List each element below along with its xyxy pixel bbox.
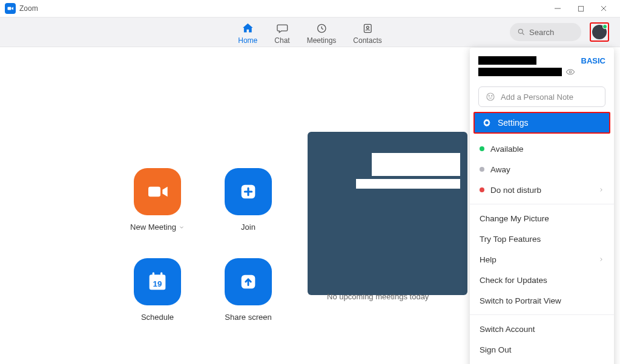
schedule-button[interactable]: 19 Schedule	[115, 258, 200, 322]
plus-icon	[225, 168, 272, 215]
window-minimize-button[interactable]	[546, 0, 569, 17]
nav-label: Chat	[274, 36, 289, 45]
menu-settings[interactable]: Settings	[473, 112, 610, 134]
main-area: New Meeting Join 19 Schedule Share scree…	[0, 47, 620, 364]
menu-sign-out[interactable]: Sign Out	[470, 339, 614, 360]
eye-icon[interactable]	[566, 67, 575, 77]
new-meeting-button[interactable]: New Meeting	[115, 168, 200, 232]
action-label: Join	[241, 223, 256, 232]
personal-note-placeholder: Add a Personal Note	[501, 93, 573, 102]
action-label: Schedule	[141, 313, 174, 322]
share-screen-button[interactable]: Share screen	[206, 258, 291, 322]
menu-check-updates[interactable]: Check for Updates	[470, 270, 614, 290]
share-icon	[225, 258, 272, 305]
svg-point-20	[492, 96, 492, 96]
video-icon	[134, 168, 181, 215]
menu-item-label: Sign Out	[480, 345, 512, 354]
menu-change-picture[interactable]: Change My Picture	[470, 208, 614, 229]
clock-icon	[315, 22, 328, 35]
window-title: Zoom	[19, 4, 38, 13]
nav-label: Meetings	[307, 36, 337, 45]
svg-point-7	[366, 26, 369, 28]
top-toolbar: Home Chat Meetings Contacts Search	[0, 17, 620, 47]
nav-label: Contacts	[353, 36, 381, 45]
menu-try-top-features[interactable]: Try Top Features	[470, 229, 614, 249]
account-type-badge: BASIC	[581, 56, 605, 77]
chevron-right-icon	[598, 256, 604, 262]
personal-note-input[interactable]: Add a Personal Note	[478, 86, 605, 107]
status-dot-red	[480, 187, 484, 192]
profile-avatar-button[interactable]	[590, 22, 609, 42]
menu-item-label: Try Top Features	[480, 235, 541, 244]
svg-point-18	[487, 93, 494, 100]
redacted-block	[356, 179, 460, 189]
main-nav: Home Chat Meetings Contacts	[238, 20, 381, 45]
svg-point-8	[518, 29, 523, 33]
nav-home[interactable]: Home	[238, 20, 257, 45]
action-label: New Meeting	[130, 223, 176, 232]
status-available[interactable]: Available	[470, 138, 614, 159]
search-icon	[517, 28, 526, 36]
svg-point-19	[489, 96, 489, 96]
gear-icon	[482, 118, 492, 128]
action-label: Share screen	[225, 313, 271, 322]
nav-chat[interactable]: Chat	[274, 20, 289, 45]
window-controls	[546, 0, 615, 17]
redacted-user-email	[478, 68, 562, 76]
home-icon	[241, 22, 254, 35]
svg-rect-2	[578, 6, 583, 11]
menu-switch-portrait[interactable]: Switch to Portrait View	[470, 290, 614, 311]
status-dot-gray	[480, 167, 484, 172]
window-maximize-button[interactable]	[569, 0, 592, 17]
menu-item-label: Switch Account	[480, 325, 535, 334]
menu-header: BASIC	[470, 54, 614, 82]
menu-separator	[470, 204, 614, 204]
menu-help[interactable]: Help	[470, 249, 614, 270]
search-input[interactable]: Search	[510, 23, 581, 41]
status-away[interactable]: Away	[470, 159, 614, 180]
chevron-down-icon[interactable]	[179, 224, 185, 230]
nav-contacts[interactable]: Contacts	[353, 20, 381, 45]
svg-rect-13	[153, 272, 154, 276]
redacted-user-name	[478, 56, 536, 65]
nav-label: Home	[238, 36, 257, 45]
profile-menu: BASIC Add a Personal Note Settings Avail…	[470, 48, 614, 364]
menu-item-label: Help	[480, 255, 496, 264]
no-upcoming-text: No upcoming meetings today	[327, 292, 429, 301]
avatar	[592, 25, 607, 39]
menu-item-label: Do not disturb	[490, 186, 541, 195]
nav-meetings[interactable]: Meetings	[307, 20, 337, 45]
svg-line-9	[523, 33, 524, 35]
join-button[interactable]: Join	[206, 168, 291, 232]
svg-point-17	[569, 71, 571, 73]
svg-rect-14	[160, 272, 162, 276]
menu-item-label: Away	[490, 165, 510, 174]
meeting-preview-panel	[308, 132, 467, 295]
smile-icon	[485, 91, 496, 102]
menu-item-label: Change My Picture	[480, 214, 549, 223]
home-actions: New Meeting Join 19 Schedule Share scree…	[115, 168, 291, 322]
redacted-block	[372, 153, 460, 176]
menu-item-label: Available	[490, 145, 524, 154]
menu-separator	[470, 314, 614, 315]
search-placeholder: Search	[529, 28, 554, 37]
menu-item-label: Switch to Portrait View	[480, 296, 561, 305]
window-titlebar: Zoom	[0, 0, 620, 17]
status-dot-green	[480, 146, 484, 151]
contacts-icon	[361, 22, 374, 35]
svg-text:19: 19	[153, 279, 162, 288]
zoom-app-icon	[5, 3, 16, 14]
presence-indicator	[602, 24, 607, 29]
window-close-button[interactable]	[592, 0, 615, 17]
svg-rect-10	[148, 187, 160, 197]
menu-item-label: Check for Updates	[480, 276, 547, 285]
status-dnd[interactable]: Do not disturb	[470, 180, 614, 200]
chevron-right-icon	[598, 187, 604, 193]
menu-switch-account[interactable]: Switch Account	[470, 319, 614, 339]
svg-rect-0	[8, 7, 12, 10]
menu-item-label: Settings	[498, 118, 529, 128]
calendar-icon: 19	[134, 258, 181, 305]
chat-icon	[276, 22, 288, 35]
